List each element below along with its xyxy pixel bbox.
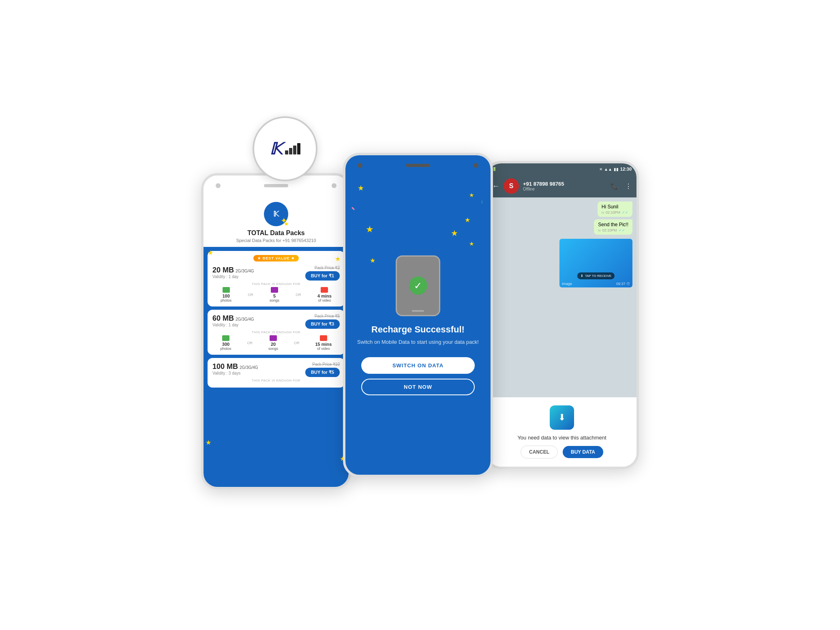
pack1-price: Pack Price ₹2 — [315, 266, 340, 270]
buy-data-button[interactable]: BUY DATA — [563, 446, 603, 458]
star-2: ★ — [335, 255, 341, 263]
usage-label-songs-2: songs — [268, 347, 278, 351]
contact-info: +91 87898 98765 Offline — [523, 181, 606, 191]
usage-amount-video-2: 15 mins — [315, 342, 332, 347]
status-bar: 🔋 ✕ ▲▲ ▮▮ 12:30 — [487, 163, 636, 175]
phone2-screen: ★ ★ | ★ ★ ✓ ★ ★ ★ Recharge Successful! S… — [345, 176, 491, 475]
message-label-hi: hi — [602, 211, 604, 214]
star-right-2: ★ — [469, 240, 474, 247]
switch-on-data-button[interactable]: SWITCH ON DATA — [361, 357, 475, 374]
pack1-buy-button[interactable]: BUY for ₹1 — [305, 271, 340, 281]
phone-home-button — [412, 310, 424, 312]
image-timestamp: 09:37 ⏱ — [616, 282, 630, 286]
chat-image-bubble[interactable]: ⬇ TAP TO RECEIVE Image 09:37 ⏱ — [559, 239, 632, 287]
songs-icon-2 — [270, 335, 277, 341]
usage-label-songs-1: songs — [270, 298, 279, 302]
pack2-mb: 60 MB — [212, 314, 234, 323]
confetti-dash-1 — [351, 207, 355, 210]
contact-name: +91 87898 98765 — [523, 181, 606, 187]
not-now-button[interactable]: NOT NOW — [361, 379, 475, 395]
chat-header: ← S +91 87898 98765 Offline 📞 ⋮ — [487, 175, 636, 197]
pack-card-3: 100 MB 2G/3G/4G Validity : 3 days Pack P… — [208, 358, 345, 388]
status-left: 🔋 — [492, 167, 598, 171]
tap-to-receive-overlay[interactable]: ⬇ TAP TO RECEIVE — [577, 272, 615, 279]
contact-avatar: S — [504, 178, 519, 194]
phone2-speaker — [406, 164, 430, 167]
app-icon: 𝕂 ★ — [264, 202, 288, 226]
pack3-mb: 100 MB — [212, 362, 238, 371]
pack-card-2: 60 MB 2G/3G/4G Validity : 1 day Pack Pri… — [208, 310, 345, 355]
magnify-content: 𝕂 — [270, 139, 300, 158]
battery-icon: ▮▮ — [614, 167, 619, 171]
signal-bar-3 — [293, 146, 296, 154]
pack3-info: 100 MB 2G/3G/4G Validity : 3 days — [212, 362, 258, 377]
dialog-text: You need data to view this attachment — [517, 435, 606, 441]
chat-area: Hi Sunil hi 02:10PM ✓✓ Send the Pic!! hi… — [487, 197, 636, 397]
or-4: OR — [294, 341, 300, 345]
usage-video-2: 15 mins of video — [315, 335, 332, 351]
phone2: ★ ★ | ★ ★ ✓ ★ ★ ★ Recharge Successful! S… — [343, 153, 493, 477]
confetti-star-4: ★ — [465, 216, 470, 224]
signal-bars-magnify — [285, 143, 300, 154]
network-icon: ✕ — [599, 167, 602, 171]
pack1-mb: 20 MB — [212, 266, 234, 274]
confetti-star-1: ★ — [358, 184, 364, 193]
usage-video-1: 4 mins of video — [317, 287, 332, 302]
pack3-buy-button[interactable]: BUY for ₹5 — [305, 368, 340, 377]
usage-label-video-1: of video — [318, 298, 331, 302]
video-icon-2 — [320, 335, 327, 341]
pack3-price: Pack Price ₹10 — [312, 362, 340, 366]
success-phone-image: ✓ — [396, 255, 440, 316]
status-icons: ✕ ▲▲ ▮▮ 12:30 — [599, 167, 632, 171]
star-left-1: ★ — [370, 257, 375, 264]
usage-photos-2: 300 photos — [220, 335, 231, 351]
phone1-wrapper: 𝕂 𝕂 ★ — [201, 141, 343, 489]
chat-message-1: Hi Sunil hi 02:10PM ✓✓ — [598, 201, 632, 217]
chat-actions: 📞 ⋮ — [611, 182, 632, 190]
pack1-validity: Validity : 1 day — [212, 274, 254, 279]
photos-icon — [223, 287, 230, 293]
phone1-screen: 𝕂 ★ TOTAL Data Packs Special Data Packs … — [204, 196, 349, 487]
pack1-enough-label: THIS PACK IS ENOUGH FOR — [212, 282, 340, 286]
message-meta-2: hi 02:10PM ✓✓ — [598, 228, 628, 232]
phone1-speaker — [264, 184, 288, 187]
pack2-header-row: 60 MB 2G/3G/4G Validity : 1 day Pack Pri… — [212, 314, 340, 329]
phone2-camera-right — [474, 163, 478, 168]
phone2-camera-left — [358, 163, 362, 168]
chat-message-2: Send the Pic!! hi 02:10PM ✓✓ — [594, 219, 632, 235]
star-badge: ★ — [284, 221, 289, 227]
download-icon-box: ⬇ — [550, 405, 574, 430]
pack2-usage: 300 photos OR 20 songs OR — [212, 335, 340, 351]
download-icon-small: ⬇ — [581, 274, 583, 278]
app-logo-magnify: 𝕂 — [270, 139, 282, 158]
usage-amount-video-1: 4 mins — [317, 294, 332, 298]
best-value-badge: ★ BEST VALUE ★ — [253, 255, 298, 261]
phone1-subtitle: Special Data Packs for +91 9876543210 — [236, 238, 316, 243]
more-options-icon[interactable]: ⋮ — [625, 182, 632, 190]
phone1-camera-right — [332, 183, 336, 188]
usage-label-video-2: of video — [317, 347, 330, 351]
pack2-type: 2G/3G/4G — [236, 317, 254, 321]
phone1: 𝕂 ★ TOTAL Data Packs Special Data Packs … — [201, 173, 351, 489]
pack2-buy-button[interactable]: BUY for ₹3 — [305, 319, 340, 329]
usage-label-photos-1: photos — [221, 298, 231, 302]
back-arrow-icon[interactable]: ← — [492, 182, 499, 191]
main-scene: 𝕂 𝕂 ★ — [0, 0, 840, 630]
cancel-button[interactable]: CANCEL — [521, 446, 558, 459]
pack3-enough-label: THIS PACK IS ENOUGH FOR — [212, 379, 340, 382]
phone1-camera-left — [216, 183, 221, 188]
confetti-dash-2: | — [482, 200, 482, 204]
star-right-1: ★ — [451, 228, 458, 238]
pack2-info: 60 MB 2G/3G/4G Validity : 1 day — [212, 314, 254, 329]
video-icon — [321, 287, 328, 293]
or-3: OR — [247, 341, 253, 345]
read-check-2: ✓✓ — [619, 228, 625, 232]
usage-label-photos-2: photos — [220, 347, 231, 351]
status-time: 12:30 — [620, 167, 632, 171]
dialog-buttons: CANCEL BUY DATA — [521, 446, 603, 459]
phone3: 🔋 ✕ ▲▲ ▮▮ 12:30 ← S +91 87898 98765 Offl… — [485, 161, 639, 469]
phone1-scroll[interactable]: ★ ★ ★ ★ ★ BEST VALUE ★ 20 MB — [204, 247, 349, 487]
usage-photos-1: 100 photos — [221, 287, 231, 302]
call-icon[interactable]: 📞 — [611, 182, 619, 190]
success-check-icon: ✓ — [409, 276, 427, 295]
